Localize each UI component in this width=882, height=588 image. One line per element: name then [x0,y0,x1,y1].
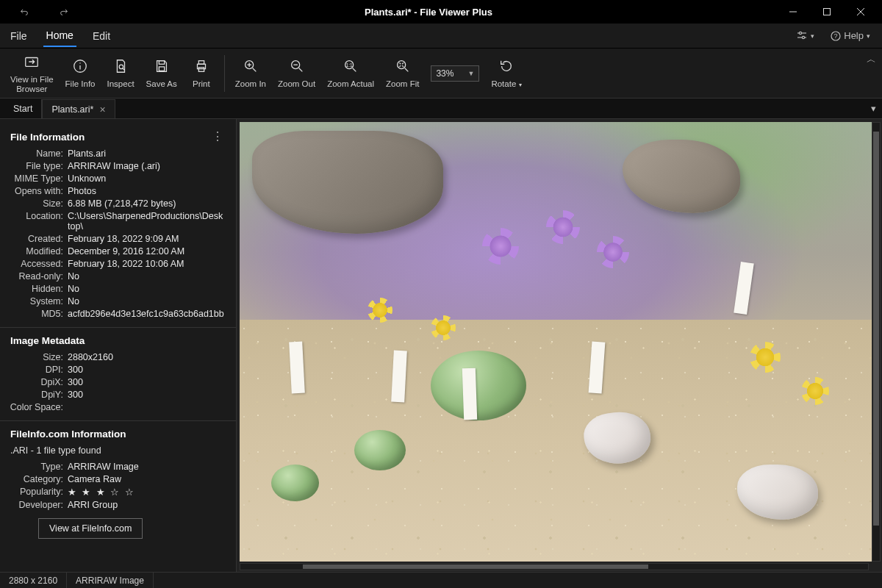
file-info-button[interactable]: File Info [60,54,101,92]
panel-title: Image Metadata [10,335,85,346]
save-as-button[interactable]: Save As [140,54,183,92]
svg-rect-17 [159,67,164,71]
inspect-button[interactable]: Inspect [101,54,140,92]
svg-rect-1 [824,9,831,15]
svg-line-32 [404,68,408,72]
panel-fileinfo-com: FileInfo.com Information .ARI - 1 file t… [0,421,236,548]
collapse-ribbon-button[interactable]: ︿ [867,53,876,66]
chevron-down-icon: ▾ [519,82,522,88]
svg-text:1:1: 1:1 [346,62,353,68]
panel-title: FileInfo.com Information [10,429,126,440]
status-format: ARRIRAW Image [67,573,154,588]
info-sidebar[interactable]: File Information ⋮ Name:Plants.ari File … [0,119,237,572]
toolbar: View in File Browser File Info Inspect S… [0,49,882,98]
popularity-stars: ★ ★ ★ ☆ ☆ [68,487,135,498]
menu-edit[interactable]: Edit [90,26,113,46]
svg-point-13 [79,63,80,64]
panel-file-information: File Information ⋮ Name:Plants.ari File … [0,123,236,328]
image-canvas[interactable] [240,122,878,562]
print-button[interactable]: Print [183,54,220,92]
svg-line-22 [253,68,257,72]
chevron-down-icon: ▾ [811,32,814,40]
minimize-button[interactable] [776,0,810,24]
svg-point-31 [397,61,405,69]
document-tabs: Start Plants.ari* × ▾ [0,98,882,119]
window-title: Plants.ari* - File Viewer Plus [81,7,776,18]
svg-rect-20 [198,68,204,72]
redo-icon[interactable] [47,0,81,24]
menu-file[interactable]: File [7,26,30,46]
svg-line-29 [353,68,356,72]
svg-rect-16 [159,61,164,65]
sliders-icon [796,30,808,42]
tab-start[interactable]: Start [4,99,42,118]
scrollbar-thumb[interactable] [873,132,879,526]
zoom-value: 33% [436,68,453,79]
document-search-icon [112,57,129,76]
zoom-actual-icon: 1:1 [343,57,359,76]
zoom-out-icon [289,57,305,76]
zoom-fit-icon [395,57,411,76]
svg-line-26 [298,68,302,72]
status-dimensions: 2880 x 2160 [0,573,67,588]
print-icon [193,57,209,76]
svg-rect-19 [198,61,204,65]
info-icon [72,57,88,76]
view-at-fileinfo-button[interactable]: View at FileInfo.com [38,518,143,539]
workspace: File Information ⋮ Name:Plants.ari File … [0,119,882,572]
tab-file[interactable]: Plants.ari* × [42,99,115,118]
svg-point-7 [803,36,805,38]
plants-photo [240,122,878,562]
image-viewer [237,119,882,572]
zoom-out-button[interactable]: Zoom Out [272,54,321,92]
kebab-menu-icon[interactable]: ⋮ [212,131,226,143]
horizontal-scrollbar[interactable] [240,563,869,570]
folder-arrow-icon [24,52,40,71]
svg-point-6 [800,32,802,34]
vertical-scrollbar[interactable] [872,122,881,562]
menu-home[interactable]: Home [43,25,76,47]
save-icon [154,57,170,76]
toolbar-separator [224,55,225,92]
chevron-down-icon: ▼ [468,70,475,77]
undo-icon[interactable] [7,0,41,24]
close-tab-icon[interactable]: × [99,104,105,115]
settings-button[interactable]: ▾ [792,27,819,45]
menu-bar: File Home Edit ▾ ? Help ▾ [0,24,882,49]
status-bar: 2880 x 2160 ARRIRAW Image [0,572,882,588]
maximize-button[interactable] [810,0,844,24]
help-button[interactable]: ? Help ▾ [826,27,875,44]
close-button[interactable] [844,0,878,24]
rotate-icon [498,57,514,76]
zoom-level-select[interactable]: 33% ▼ [431,65,479,82]
svg-text:?: ? [834,32,838,40]
panel-image-metadata: Image Metadata Size:2880x2160 DPI:300 Dp… [0,328,236,421]
tabs-overflow-button[interactable]: ▾ [871,103,876,114]
scrollbar-thumb[interactable] [303,564,648,569]
rotate-button[interactable]: Rotate ▾ [485,54,527,92]
zoom-in-button[interactable]: Zoom In [229,54,272,92]
zoom-in-icon [243,57,259,76]
help-icon: ? [831,31,841,41]
help-label: Help [844,30,864,41]
chevron-down-icon: ▾ [867,32,870,40]
panel-title: File Information [10,132,85,143]
view-in-browser-button[interactable]: View in File Browser [4,49,60,97]
title-bar: Plants.ari* - File Viewer Plus [0,0,882,24]
zoom-fit-button[interactable]: Zoom Fit [380,54,425,92]
filetype-count: .ARI - 1 file type found [1,444,229,460]
zoom-actual-button[interactable]: 1:1 Zoom Actual [321,54,380,92]
